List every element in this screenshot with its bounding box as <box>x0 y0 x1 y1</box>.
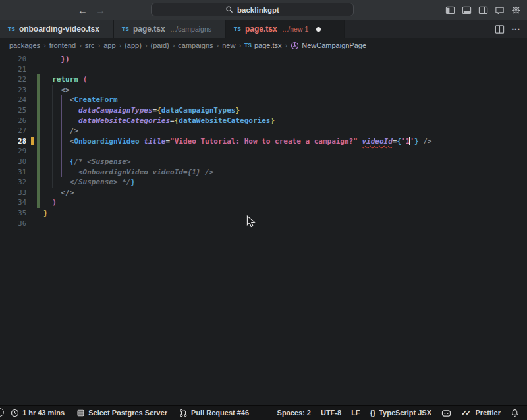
symbol-class-icon <box>291 41 299 50</box>
status-language-mode-label: TypeScript JSX <box>379 409 431 417</box>
code-line-20[interactable]: 20 }) <box>0 54 527 65</box>
code-line-34[interactable]: 34 ) <box>0 197 527 208</box>
database-icon <box>76 409 85 417</box>
toggle-panel-icon[interactable] <box>461 5 472 16</box>
git-gutter-added <box>37 74 40 208</box>
breadcrumb-file-label: page.tsx <box>254 41 282 49</box>
clock-icon <box>11 409 19 417</box>
navigate-back-icon[interactable]: ← <box>78 5 88 15</box>
line-number: 24 <box>0 95 26 105</box>
status-left: 1 hr 43 minsSelect Postgres ServerPull R… <box>0 409 249 417</box>
tab-label: onboarding-video.tsx <box>19 24 99 34</box>
typescript-file-icon: TS <box>8 26 15 32</box>
copilot-icon <box>441 409 451 417</box>
editor-tab-bar: TSonboarding-video.tsxTSpage.tsx.../camp… <box>0 20 527 38</box>
breadcrumb-item-src[interactable]: src <box>85 41 95 49</box>
line-number: 31 <box>0 167 26 178</box>
breadcrumb-separator: › <box>145 41 148 49</box>
status-right: Spaces: 2UTF-8LF{}TypeScript JSX✓✓Pretti… <box>277 409 527 417</box>
git-gutter-modified <box>31 137 34 145</box>
code-line-21[interactable]: 21 <box>0 65 527 75</box>
vscode-window: ← → backlinkgpt TSonboarding-video.tsxTS… <box>0 0 527 420</box>
code-editor[interactable]: 20 })2122 return (23 <>24 <CreateForm25 … <box>0 53 527 405</box>
status-timer-label: 1 hr 43 mins <box>22 409 65 417</box>
feedback-icon[interactable] <box>494 5 505 16</box>
more-actions-icon[interactable]: ⋯ <box>511 24 520 34</box>
code-line-29[interactable]: 29 <box>0 146 527 157</box>
breadcrumb-item-app[interactable]: app <box>103 41 115 49</box>
line-number: 20 <box>0 54 26 65</box>
line-number: 26 <box>0 116 26 126</box>
status-notifications[interactable] <box>511 409 519 417</box>
layout-controls <box>445 0 522 20</box>
code-lines: 20 })2122 return (23 <>24 <CreateForm25 … <box>0 53 527 228</box>
code-line-22[interactable]: 22 return ( <box>0 74 527 85</box>
breadcrumb-separator: › <box>285 41 288 49</box>
breadcrumb-symbol-label: NewCampaignPage <box>302 41 366 49</box>
status-indentation[interactable]: Spaces: 2 <box>277 409 311 417</box>
breadcrumb-item-new[interactable]: new <box>222 41 235 49</box>
code-line-27[interactable]: 27 /> <box>0 126 527 136</box>
status-copilot[interactable] <box>441 409 451 417</box>
line-number: 21 <box>0 65 26 75</box>
breadcrumb-item-frontend[interactable]: frontend <box>49 41 76 49</box>
code-line-23[interactable]: 23 <> <box>0 85 527 95</box>
status-postgres[interactable]: Select Postgres Server <box>76 409 167 417</box>
line-number: 29 <box>0 146 26 157</box>
braces-icon: {} <box>370 409 376 417</box>
status-encoding[interactable]: UTF-8 <box>321 409 341 417</box>
tab-page-new[interactable]: TSpage.tsx.../new 1 <box>226 20 345 38</box>
navigate-forward-icon[interactable]: → <box>96 5 105 15</box>
line-number: 30 <box>0 157 26 167</box>
code-line-31[interactable]: 31 <OnboardignVideo videoId={1} /> <box>0 167 527 178</box>
line-number: 27 <box>0 126 26 136</box>
status-language-mode[interactable]: {}TypeScript JSX <box>370 409 431 417</box>
code-line-25[interactable]: 25 dataCampaignTypes={dataCampaignTypes} <box>0 105 527 116</box>
code-line-36[interactable]: 36 <box>0 219 527 229</box>
code-line-33[interactable]: 33 </> <box>0 188 527 198</box>
pull-request-icon <box>179 409 188 417</box>
code-line-24[interactable]: 24 <CreateForm <box>0 95 527 105</box>
line-number: 32 <box>0 177 26 188</box>
breadcrumb-separator: › <box>119 41 122 49</box>
breadcrumb-item-packages[interactable]: packages <box>9 41 40 49</box>
indent-guide-active <box>61 95 62 177</box>
code-line-35[interactable]: 35} <box>0 208 527 219</box>
toggle-secondary-sidebar-icon[interactable] <box>478 5 489 16</box>
code-line-28[interactable]: 28 <OnboardignVideo title="Video Tutoria… <box>0 136 527 147</box>
line-number: 28 <box>0 136 26 147</box>
status-eol-label: LF <box>351 409 360 417</box>
breadcrumb-separator: › <box>43 41 46 49</box>
breadcrumb-separator: › <box>79 41 82 49</box>
breadcrumb-item-app[interactable]: (app) <box>125 41 142 49</box>
breadcrumb-symbol[interactable]: NewCampaignPage <box>291 41 366 50</box>
breadcrumb-item-paid[interactable]: (paid) <box>151 41 169 49</box>
line-number: 35 <box>0 208 26 219</box>
status-prettier[interactable]: ✓✓Prettier <box>461 409 501 417</box>
status-postgres-label: Select Postgres Server <box>88 409 167 417</box>
line-number: 25 <box>0 105 26 116</box>
breadcrumb-file[interactable]: TSpage.tsx <box>244 41 281 49</box>
split-editor-icon[interactable] <box>495 24 505 34</box>
code-line-26[interactable]: 26 dataWebsiteCategories={dataWebsiteCat… <box>0 116 527 126</box>
tab-description: .../new 1 <box>283 25 309 33</box>
line-number: 22 <box>0 74 26 85</box>
status-timer[interactable]: 1 hr 43 mins <box>11 409 65 417</box>
tab-onboarding-video[interactable]: TSonboarding-video.tsx <box>0 20 114 38</box>
status-indentation-label: Spaces: 2 <box>277 409 311 417</box>
settings-gear-icon[interactable] <box>511 5 522 16</box>
breadcrumb-separator: › <box>238 41 241 49</box>
status-pull-request-label: Pull Request #46 <box>191 409 249 417</box>
code-line-32[interactable]: 32 </Suspense> */} <box>0 177 527 188</box>
status-eol[interactable]: LF <box>351 409 360 417</box>
tab-page-campaigns[interactable]: TSpage.tsx.../campaigns <box>114 20 226 38</box>
code-line-30[interactable]: 30 {/* <Suspense> <box>0 157 527 167</box>
status-pull-request[interactable]: Pull Request #46 <box>179 409 249 417</box>
command-center-search[interactable]: backlinkgpt <box>151 3 354 16</box>
line-number: 36 <box>0 219 26 229</box>
breadcrumb: packages›frontend›src›app›(app)›(paid)›c… <box>0 38 527 53</box>
title-bar: ← → backlinkgpt <box>0 0 527 20</box>
toggle-primary-sidebar-icon[interactable] <box>445 5 456 16</box>
modified-dot-icon[interactable] <box>316 27 321 32</box>
breadcrumb-item-campaigns[interactable]: campaigns <box>178 41 213 49</box>
